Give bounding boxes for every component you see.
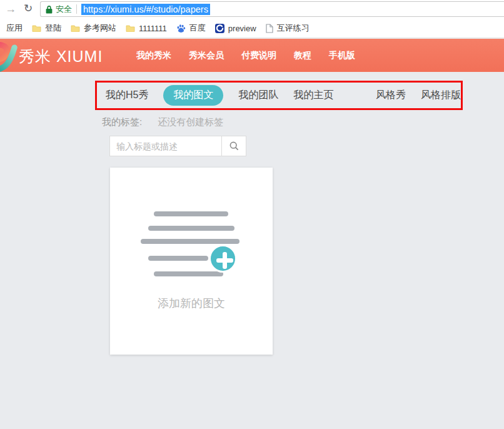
bookmark-item[interactable]: 百度 xyxy=(176,23,206,34)
nav-pricing[interactable]: 付费说明 xyxy=(241,50,276,61)
nav-membership[interactable]: 秀米会员 xyxy=(189,50,224,61)
placeholder-line xyxy=(141,239,239,244)
nav-tutorial[interactable]: 教程 xyxy=(294,50,311,61)
search-icon xyxy=(229,141,239,151)
placeholder-line xyxy=(148,226,234,231)
browser-toolbar: → ↻ 安全 https://xiumi.us/#/studio/papers xyxy=(0,0,504,19)
tab-my-team[interactable]: 我的团队 xyxy=(238,89,278,102)
folder-icon xyxy=(32,24,41,32)
tab-style-layout[interactable]: 风格排版 xyxy=(421,89,461,102)
folder-icon xyxy=(71,24,80,32)
annotation-rectangle: 我的H5秀 我的图文 我的团队 我的主页 风格秀 风格排版 xyxy=(95,81,463,110)
tab-my-h5[interactable]: 我的H5秀 xyxy=(106,89,148,102)
bookmark-item[interactable]: 参考网站 xyxy=(71,23,116,34)
placeholder-line xyxy=(154,211,228,216)
tab-my-homepage[interactable]: 我的主页 xyxy=(293,89,333,102)
tags-label: 我的标签: xyxy=(102,116,142,128)
refresh-icon[interactable]: ↻ xyxy=(24,2,33,16)
tab-my-papers[interactable]: 我的图文 xyxy=(163,85,223,106)
lock-icon xyxy=(46,5,53,14)
placeholder-line xyxy=(154,271,223,276)
search-box xyxy=(109,136,246,156)
site-header: 秀米 XIUMI 我的秀米 秀米会员 付费说明 教程 手机版 xyxy=(0,39,504,72)
bookmark-item[interactable]: 1111111 xyxy=(126,24,167,33)
forward-icon[interactable]: → xyxy=(5,2,16,16)
bookmark-label: 百度 xyxy=(189,23,206,34)
add-plus-icon[interactable] xyxy=(209,245,237,273)
preview-icon xyxy=(215,24,224,33)
bookmark-label: 互评练习 xyxy=(277,23,310,34)
url-text[interactable]: https://xiumi.us/#/studio/papers xyxy=(81,4,210,15)
bookmark-item[interactable]: preview xyxy=(215,24,256,33)
tags-empty-text: 还没有创建标签 xyxy=(158,116,223,128)
tags-row: 我的标签: 还没有创建标签 xyxy=(102,116,223,128)
brand-title[interactable]: 秀米 XIUMI xyxy=(19,46,103,67)
address-bar[interactable]: 安全 https://xiumi.us/#/studio/papers xyxy=(40,1,504,17)
add-card-label: 添加新的图文 xyxy=(110,296,273,311)
folder-icon xyxy=(126,24,135,32)
plus-vertical xyxy=(223,252,227,269)
bookmark-label: 参考网站 xyxy=(84,23,116,34)
bookmark-item[interactable]: 登陆 xyxy=(32,23,61,34)
bookmarks-bar: 应用 登陆 参考网站 1111111 百度 preview xyxy=(0,19,504,38)
nav-mobile[interactable]: 手机版 xyxy=(329,50,355,61)
baidu-icon xyxy=(176,24,186,33)
apps-label: 应用 xyxy=(6,23,23,34)
security-label: 安全 xyxy=(56,4,72,15)
tab-style-show[interactable]: 风格秀 xyxy=(376,89,406,102)
add-paper-card[interactable]: 添加新的图文 xyxy=(110,168,273,355)
placeholder-line xyxy=(148,256,208,261)
site-nav: 我的秀米 秀米会员 付费说明 教程 手机版 xyxy=(136,39,355,72)
search-input[interactable] xyxy=(110,136,221,156)
page-icon xyxy=(266,24,273,33)
bookmark-item[interactable]: 互评练习 xyxy=(266,23,310,34)
tab-bar: 我的H5秀 我的图文 我的团队 我的主页 风格秀 风格排版 xyxy=(97,83,461,108)
nav-my-xiumi[interactable]: 我的秀米 xyxy=(136,50,171,61)
apps-shortcut[interactable]: 应用 xyxy=(6,23,23,34)
search-button[interactable] xyxy=(221,136,246,156)
bookmark-label: 登陆 xyxy=(45,23,61,34)
bookmark-label: preview xyxy=(228,24,256,33)
address-divider xyxy=(76,4,77,14)
bookmark-label: 1111111 xyxy=(139,24,167,33)
